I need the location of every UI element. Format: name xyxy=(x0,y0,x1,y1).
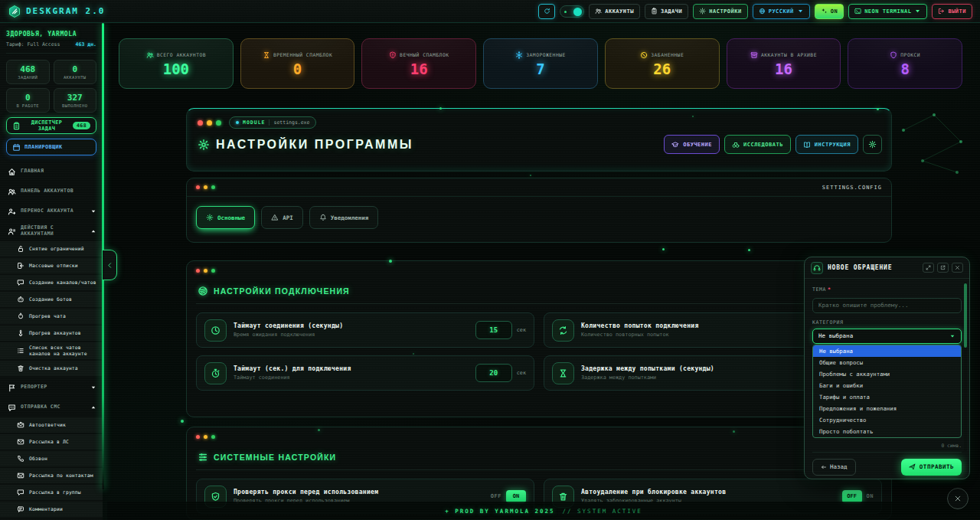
gear-icon xyxy=(206,214,214,221)
sidebar-subitem[interactable]: Обзвон xyxy=(0,451,103,468)
sidebar-subitem[interactable]: Создание каналов/чатов xyxy=(0,275,103,292)
sidebar-subitem-label: Рассылка в группы xyxy=(29,489,81,495)
sidebar-subitem-label: Рассылка в ЛС xyxy=(29,439,69,445)
footer-credit: PROD BY YARMOLA 2025 xyxy=(455,508,554,515)
logout-button[interactable]: ВЫЙТИ xyxy=(932,4,972,19)
modal-popout-button[interactable] xyxy=(937,263,949,273)
arrow-left-icon xyxy=(821,464,827,470)
tasks-button[interactable]: ЗАДАЧИ xyxy=(645,4,688,19)
toggle-off-active[interactable]: OFF xyxy=(842,490,862,503)
resize-grip-icon[interactable] xyxy=(955,431,960,437)
mail-bot-icon xyxy=(17,421,24,429)
stat-card: ЗАМОРОЖЕННЫЕ7 xyxy=(483,38,598,89)
brand[interactable]: DESKGRAM 2.0 xyxy=(8,5,105,18)
on-off-toggle[interactable]: OFFON xyxy=(842,490,874,503)
list-icon xyxy=(17,347,24,355)
neon-on-button[interactable]: ON xyxy=(815,4,844,19)
sidebar-item[interactable]: ДЕЙСТВИЯ С АККАУНТАМИ xyxy=(0,221,103,241)
sidebar-subitem[interactable]: Рассылка в группы xyxy=(0,485,103,502)
sidebar-subitem[interactable]: Рассылка в ЛС xyxy=(0,434,103,451)
sidebar-subitem[interactable]: Автоответчик xyxy=(0,417,103,434)
stat-card: АККАУНТЫ В АРХИВЕ16 xyxy=(727,38,841,89)
flame-icon xyxy=(17,312,24,320)
module-actions: ОБУЧЕНИЕИССЛЕДОВАТЬИНСТРУКЦИЯ xyxy=(664,135,882,154)
hourglass-icon xyxy=(558,368,568,378)
back-button[interactable]: Назад xyxy=(812,459,856,476)
book-icon xyxy=(803,141,811,149)
sidebar-stat-value: 0 xyxy=(25,93,31,102)
sidebar-item[interactable]: РЕПОРТЕР xyxy=(0,378,103,397)
on-off-toggle[interactable]: OFFON xyxy=(491,490,526,503)
sidebar-item[interactable]: ГЛАВНАЯ xyxy=(0,162,103,182)
clock-icon xyxy=(211,325,220,335)
panel-gear-button[interactable] xyxy=(863,135,882,154)
accounts-button[interactable]: АККАУНТЫ xyxy=(589,4,640,19)
topic-input[interactable] xyxy=(812,298,962,313)
system-section-header: СИСТЕМНЫЕ НАСТРОЙКИ xyxy=(198,452,882,463)
sidebar-subitem[interactable]: Прогрев аккаунтов xyxy=(0,325,103,342)
scheduler-button[interactable]: ПЛАНИРОВЩИК xyxy=(6,139,96,155)
sidebar-subitem[interactable]: Рассылка по контактам xyxy=(0,468,103,485)
language-button[interactable]: РУССКИЙ xyxy=(753,4,810,19)
category-option[interactable]: Сотрудничество xyxy=(813,414,961,426)
constellation-decor xyxy=(888,107,972,184)
sidebar-subitem[interactable]: Создание ботов xyxy=(0,292,103,309)
sidebar-subitem-label: Очистка аккаунта xyxy=(29,365,78,371)
logout-icon xyxy=(938,8,945,15)
sidebar-item[interactable]: ПАНЕЛЬ АККАУНТОВ xyxy=(0,182,103,201)
tab-api[interactable]: API xyxy=(261,206,303,229)
clipboard-icon xyxy=(651,8,658,15)
sidebar-stat: 0АККАУНТЫ xyxy=(54,60,97,84)
sidebar-menu: ГЛАВНАЯПАНЕЛЬ АККАУНТОВПЕРЕНОС АККАУНТАД… xyxy=(0,162,103,518)
shield-check-icon xyxy=(211,492,220,502)
setting-value-input[interactable]: 15 xyxy=(475,321,512,339)
sidebar-subitem[interactable]: Очистка аккаунта xyxy=(0,361,103,378)
sidebar-subitem-label: Создание каналов/чатов xyxy=(29,280,96,286)
sidebar-stat: 327ВЫПОЛНЕНО xyxy=(54,88,97,113)
category-option[interactable]: Не выбрана xyxy=(813,345,961,357)
theme-button[interactable]: NEON TERMINAL xyxy=(848,4,927,19)
category-option[interactable]: Общие вопросы xyxy=(813,357,961,368)
sidebar-subitem[interactable]: Снятие ограничений xyxy=(0,241,103,258)
setting-subtitle: Время ожидания подключения xyxy=(234,332,343,338)
category-option[interactable]: Проблемы с аккаунтами xyxy=(813,368,961,380)
sidebar-subitem[interactable]: Массовые отписки xyxy=(0,258,103,275)
category-option[interactable]: Просто поболтать xyxy=(813,426,961,437)
deskgram-app: DESKGRAM 2.0 АККАУНТЫ ЗАДАЧИ НАСТРОЙКИ Р… xyxy=(0,0,980,520)
modal-expand-button[interactable] xyxy=(923,263,934,273)
home-icon xyxy=(8,168,16,176)
close-fab-button[interactable] xyxy=(947,488,969,509)
settings-button[interactable]: НАСТРОЙКИ xyxy=(693,4,747,19)
category-select[interactable]: Не выбрана xyxy=(812,329,962,344)
sidebar-subitem[interactable]: Прогрев чата xyxy=(0,309,103,325)
refresh-button[interactable] xyxy=(538,4,555,19)
sidebar-collapse-handle[interactable] xyxy=(103,250,117,280)
scrollbar-thumb[interactable] xyxy=(964,283,967,348)
category-options: Не выбранаОбщие вопросыПроблемы с аккаун… xyxy=(812,345,962,438)
setting-value-input[interactable]: 20 xyxy=(475,364,512,382)
stat-card-label: ЗАБАНЕННЫЕ xyxy=(651,52,684,57)
обучение-button[interactable]: ОБУЧЕНИЕ xyxy=(664,135,720,154)
category-option[interactable]: Предложения и пожелания xyxy=(813,403,961,414)
category-option[interactable]: Баги и ошибки xyxy=(813,380,961,391)
toggle-on-active[interactable]: ON xyxy=(506,490,526,503)
footer-status: // SYSTEM ACTIVE xyxy=(563,508,642,515)
sidebar-subitem[interactable]: Комментарии xyxy=(0,502,103,518)
исследовать-button[interactable]: ИССЛЕДОВАТЬ xyxy=(724,135,791,154)
modal-close-button[interactable] xyxy=(952,263,963,273)
task-manager-button[interactable]: ДИСПЕТЧЕР ЗАДАЧ 468 xyxy=(6,117,96,134)
category-option[interactable]: Тарифы и оплата xyxy=(813,391,961,403)
sidebar-item[interactable]: ОТПРАВКА СМС xyxy=(0,397,103,417)
инструкция-button[interactable]: ИНСТРУКЦИЯ xyxy=(795,135,858,154)
tab-label: Основные xyxy=(217,214,245,221)
tab-основные[interactable]: Основные xyxy=(196,206,255,229)
toggle-off-label[interactable]: OFF xyxy=(491,493,501,499)
tab-уведомления[interactable]: Уведомления xyxy=(309,206,379,229)
submit-button[interactable]: ОТПРАВИТЬ xyxy=(901,459,962,476)
toggle-on-label[interactable]: ON xyxy=(867,493,874,499)
sidebar-subitem[interactable]: Список всех чатов каналов на аккаунте xyxy=(0,342,103,361)
modal-scrollbar[interactable] xyxy=(964,282,967,451)
header-power-toggle[interactable] xyxy=(560,5,584,18)
sidebar-item[interactable]: ПЕРЕНОС АККАУНТА xyxy=(0,201,103,221)
stat-card-value: 26 xyxy=(653,62,671,77)
